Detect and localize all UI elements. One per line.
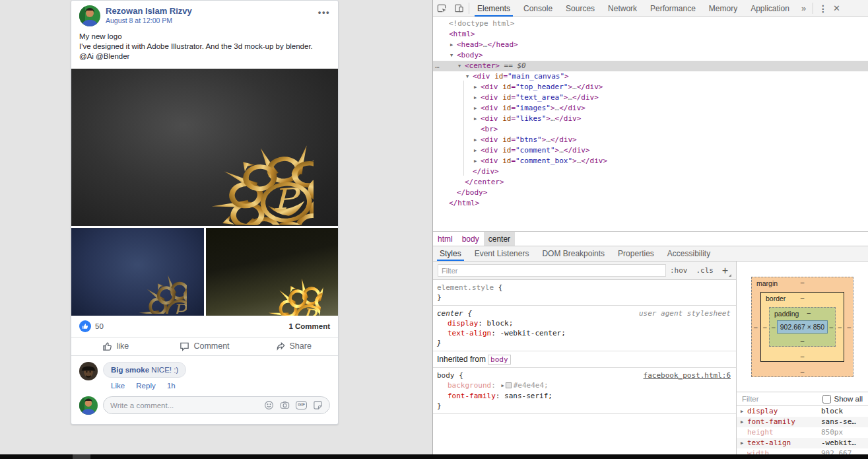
commenter-name[interactable]: Big smoke <box>111 366 149 374</box>
comment-reply-link[interactable]: Reply <box>136 382 155 390</box>
pseudo-state-button[interactable]: :hov <box>670 266 688 275</box>
node-actions-icon[interactable]: … <box>435 61 440 71</box>
panel-tab-dom-breakpoints[interactable]: DOM Breakpoints <box>535 246 611 261</box>
box-model-margin[interactable]: margin – – – – border – – – – padding – <box>751 277 853 377</box>
expand-arrow-icon[interactable]: ▶ <box>450 40 457 50</box>
devtools-tab-network[interactable]: Network <box>601 0 644 17</box>
dom-node-line[interactable]: ▶<div id="btns">…</div> <box>433 135 868 145</box>
panel-tab-styles[interactable]: Styles <box>433 246 468 261</box>
inherited-node-link[interactable]: body <box>488 355 511 365</box>
new-style-rule-button[interactable]: + <box>722 265 731 277</box>
panel-tab-accessibility[interactable]: Accessibility <box>661 246 717 261</box>
dom-node-line[interactable]: ▶<div id="comment_box">…</div> <box>433 156 868 166</box>
like-reaction-icon[interactable] <box>79 320 91 332</box>
dom-node-line[interactable]: ▶<div id="images">…</div> <box>433 103 868 114</box>
element-style-rule[interactable]: element.style { } <box>433 280 736 306</box>
post-thumbnail-blue[interactable] <box>71 228 204 316</box>
comment-like-link[interactable]: Like <box>111 382 125 390</box>
expand-arrow-icon[interactable]: ▶ <box>474 156 481 166</box>
dom-node-line[interactable]: <!doctype html> <box>433 18 868 29</box>
scrollbar-thumb[interactable] <box>73 454 90 459</box>
css-property[interactable]: display: block; <box>437 318 732 328</box>
breadcrumb-html[interactable]: html <box>433 232 457 246</box>
emoji-icon[interactable] <box>264 400 274 410</box>
dom-node-line[interactable]: </div> <box>433 166 868 177</box>
center-css-rule[interactable]: center { user agent stylesheet display: … <box>433 306 736 351</box>
expand-arrow-icon[interactable]: ▶ <box>474 82 481 92</box>
expand-arrow-icon[interactable]: ▶ <box>474 103 481 114</box>
comment-bubble[interactable]: Big smoke NICE! :) <box>103 362 186 378</box>
expand-arrow-icon[interactable]: ▶ <box>741 406 747 417</box>
computed-property-row[interactable]: ▶text-align-webkit… <box>737 438 868 448</box>
share-button[interactable]: Share <box>249 337 338 355</box>
dom-node-line[interactable]: ▼<div id="main_canvas"> <box>433 71 868 82</box>
dom-node-line[interactable]: </center> <box>433 177 868 188</box>
computed-filter-placeholder[interactable]: Filter <box>742 395 759 403</box>
computed-property-row[interactable]: ▶displayblock <box>737 406 868 417</box>
author-name[interactable]: Rezowan Islam Rizvy <box>106 6 330 17</box>
dom-node-line[interactable]: ▶<div id="comment">…</div> <box>433 145 868 156</box>
commenter-avatar[interactable] <box>79 362 98 380</box>
expand-arrow-icon[interactable]: ▶ <box>474 145 481 156</box>
panel-tab-event-listeners[interactable]: Event Listeners <box>468 246 536 261</box>
panel-tab-properties[interactable]: Properties <box>611 246 661 261</box>
dom-node-line[interactable]: ▶<div id="top_header">…</div> <box>433 82 868 92</box>
expand-arrow-icon[interactable]: ▼ <box>466 71 473 82</box>
devtools-tab-performance[interactable]: Performance <box>644 0 702 17</box>
post-timestamp[interactable]: August 8 at 12:00 PM <box>106 17 330 25</box>
expand-arrow-icon[interactable]: ▼ <box>450 50 457 61</box>
expand-value-icon[interactable]: ▶ <box>501 383 504 388</box>
dom-node-line[interactable]: </html> <box>433 198 868 209</box>
gif-icon[interactable]: GIF <box>296 401 307 409</box>
color-swatch[interactable] <box>506 382 512 388</box>
inspect-element-icon[interactable] <box>433 0 450 17</box>
dom-node-line[interactable]: <br> <box>433 124 868 135</box>
like-count[interactable]: 50 <box>95 322 104 330</box>
css-property[interactable]: background: ▶#e4e4e4; <box>437 380 732 391</box>
box-model-diagram[interactable]: margin – – – – border – – – – padding – <box>737 262 868 392</box>
expand-arrow-icon[interactable]: ▼ <box>458 61 465 71</box>
post-menu-dots-icon[interactable]: ••• <box>318 7 330 17</box>
sticker-icon[interactable] <box>313 400 323 410</box>
body-css-rule[interactable]: body { facebook_post.html:6 background: … <box>433 368 736 414</box>
comment-button[interactable]: Comment <box>160 337 250 355</box>
author-avatar[interactable] <box>79 5 100 26</box>
devtools-tab-application[interactable]: Application <box>744 0 796 17</box>
expand-arrow-icon[interactable]: ▶ <box>741 417 747 427</box>
dom-node-line[interactable]: …▼<center> == $0 <box>433 61 868 71</box>
computed-property-row[interactable]: height850px <box>737 427 868 438</box>
dom-node-line[interactable]: ▶<head>…</head> <box>433 40 868 50</box>
devtools-menu-icon[interactable]: ⋮ <box>815 0 832 17</box>
devtools-tab-console[interactable]: Console <box>517 0 559 17</box>
expand-arrow-icon[interactable]: ▶ <box>474 114 481 124</box>
dom-node-line[interactable]: ▶<div id="likes">…</div> <box>433 114 868 124</box>
expand-arrow-icon[interactable]: ▶ <box>474 135 481 145</box>
devtools-tab-elements[interactable]: Elements <box>471 0 517 17</box>
styles-filter-input[interactable] <box>438 264 666 277</box>
css-property[interactable]: font-family: sans-serif; <box>437 391 732 401</box>
devtools-tab-sources[interactable]: Sources <box>559 0 601 17</box>
dom-node-line[interactable]: ▶<div id="text_area">…</div> <box>433 92 868 103</box>
devtools-tab-memory[interactable]: Memory <box>702 0 744 17</box>
device-toolbar-icon[interactable] <box>450 0 467 17</box>
camera-icon[interactable] <box>280 400 290 410</box>
dom-node-line[interactable]: </body> <box>433 188 868 198</box>
comment-input-pill[interactable]: GIF <box>103 396 330 414</box>
box-model-padding[interactable]: padding – – – – 902.667 × 850 <box>769 307 836 347</box>
devtools-close-icon[interactable]: ✕ <box>832 0 842 17</box>
css-property[interactable]: text-align: -webkit-center; <box>437 328 732 338</box>
show-all-checkbox[interactable] <box>822 395 831 404</box>
box-model-border[interactable]: border – – – – padding – – – – 902.667 <box>760 292 844 362</box>
stylesheet-source-link[interactable]: facebook_post.html:6 <box>644 371 731 380</box>
comment-input[interactable] <box>110 402 264 409</box>
breadcrumb-body[interactable]: body <box>457 232 484 246</box>
more-tabs-icon[interactable]: » <box>796 0 811 17</box>
dom-node-line[interactable]: <html> <box>433 29 868 40</box>
class-toggle-button[interactable]: .cls <box>696 266 714 275</box>
box-model-content[interactable]: 902.667 × 850 <box>777 320 828 334</box>
expand-arrow-icon[interactable]: ▶ <box>741 438 747 448</box>
like-button[interactable]: like <box>71 337 160 355</box>
dom-node-line[interactable]: ▼<body> <box>433 50 868 61</box>
horizontal-scrollbar[interactable] <box>0 454 868 459</box>
breadcrumb-center[interactable]: center <box>484 232 515 246</box>
